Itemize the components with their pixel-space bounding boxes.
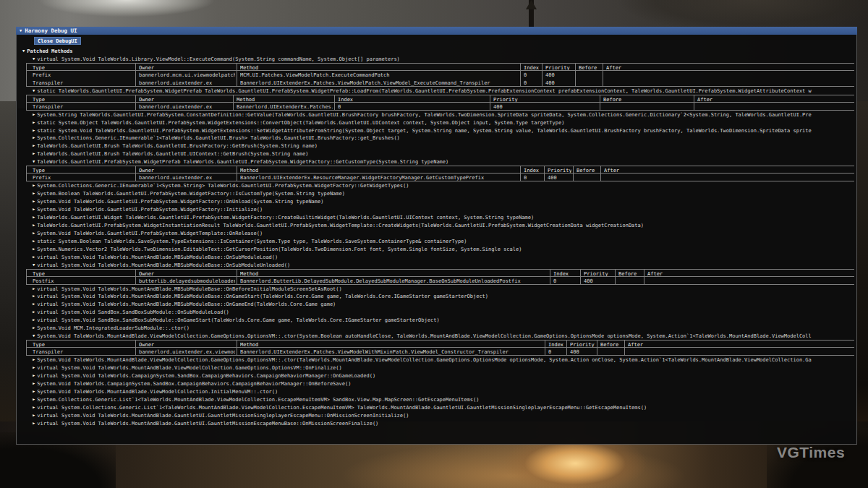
expand-arrow-icon[interactable]: ▶ bbox=[33, 389, 35, 393]
patch-cell: Prefix bbox=[33, 72, 134, 79]
expand-arrow-icon[interactable]: ▶ bbox=[33, 120, 35, 124]
patch-cell: bannerlord.uiextender.ex bbox=[139, 103, 231, 111]
method-row[interactable]: ▶System.Boolean TaleWorlds.GauntletUI.Pr… bbox=[33, 189, 854, 197]
method-row[interactable]: ▼virtual System.Void TaleWorlds.MountAnd… bbox=[33, 261, 854, 269]
expand-arrow-icon[interactable]: ▶ bbox=[33, 397, 35, 401]
column-divider bbox=[520, 64, 521, 70]
collapse-arrow-icon[interactable]: ▼ bbox=[33, 262, 35, 267]
method-row[interactable]: ▶System.Void TaleWorlds.MountAndBlade.Vi… bbox=[33, 356, 854, 364]
method-signature: virtual System.Void TaleWorlds.Library.V… bbox=[37, 56, 400, 62]
collapse-arrow-icon[interactable]: ▼ bbox=[33, 56, 35, 61]
method-row[interactable]: ▶System.Void TaleWorlds.CampaignSystem.S… bbox=[33, 380, 854, 388]
collapse-arrow-icon[interactable]: ▼ bbox=[33, 333, 35, 338]
expand-arrow-icon[interactable]: ▶ bbox=[33, 254, 35, 259]
method-row[interactable]: ▶virtual System.Void TaleWorlds.MountAnd… bbox=[33, 364, 854, 372]
column-divider bbox=[603, 64, 603, 70]
expand-arrow-icon[interactable]: ▶ bbox=[33, 405, 35, 409]
patch-cell: bannerlord.uiextender.ex bbox=[139, 174, 235, 181]
expand-arrow-icon[interactable]: ▶ bbox=[33, 191, 35, 195]
expand-arrow-icon[interactable]: ▶ bbox=[33, 151, 35, 155]
method-row[interactable]: ▶System.Collections.Generic.IEnumerable`… bbox=[33, 181, 854, 189]
expand-arrow-icon[interactable]: ▶ bbox=[33, 128, 35, 132]
method-row[interactable]: ▶static System.Object TaleWorlds.Gauntle… bbox=[33, 119, 854, 127]
expand-arrow-icon[interactable]: ▶ bbox=[33, 199, 35, 203]
expand-arrow-icon[interactable]: ▶ bbox=[33, 294, 35, 298]
column-header: Method bbox=[237, 96, 333, 103]
method-signature: virtual System.Void TaleWorlds.MountAndB… bbox=[37, 421, 378, 427]
method-row[interactable]: ▶static System.Boolean TaleWorlds.SaveSy… bbox=[33, 237, 854, 245]
method-row[interactable]: ▼virtual System.Void TaleWorlds.Library.… bbox=[33, 55, 854, 63]
method-row[interactable]: ▶virtual System.Void TaleWorlds.MountAnd… bbox=[33, 253, 854, 261]
collapse-arrow-icon[interactable]: ▼ bbox=[33, 159, 35, 163]
method-signature: System.Void TaleWorlds.MountAndBlade.Vie… bbox=[37, 357, 811, 363]
method-signature: virtual System.Void TaleWorlds.MountAndB… bbox=[37, 301, 336, 307]
expand-arrow-icon[interactable]: ▶ bbox=[33, 325, 35, 330]
method-row[interactable]: ▶System.Void TaleWorlds.GauntletUI.Prefa… bbox=[33, 197, 854, 205]
collapse-arrow-icon[interactable]: ▼ bbox=[22, 48, 25, 53]
column-header: Priority bbox=[545, 64, 574, 71]
expand-arrow-icon[interactable]: ▶ bbox=[33, 239, 35, 243]
method-row[interactable]: ▼TaleWorlds.GauntletUI.PrefabSystem.Widg… bbox=[33, 158, 854, 166]
method-row[interactable]: ▶virtual System.Void TaleWorlds.MountAnd… bbox=[33, 419, 854, 427]
method-row[interactable]: ▶TaleWorlds.GauntletUI.PrefabSystem.Widg… bbox=[33, 221, 854, 229]
expand-arrow-icon[interactable]: ▶ bbox=[33, 135, 35, 140]
expand-arrow-icon[interactable]: ▶ bbox=[33, 365, 35, 369]
column-divider bbox=[542, 71, 542, 79]
method-signature: virtual System.Void TaleWorlds.MountAndB… bbox=[37, 413, 409, 419]
expand-arrow-icon[interactable]: ▶ bbox=[33, 286, 35, 291]
method-row[interactable]: ▶virtual System.Collections.Generic.List… bbox=[33, 403, 854, 411]
expand-arrow-icon[interactable]: ▶ bbox=[33, 357, 35, 361]
method-row[interactable]: ▶virtual System.Void SandBox.SandBoxSubM… bbox=[33, 316, 854, 324]
method-row[interactable]: ▶virtual System.Void TaleWorlds.MountAnd… bbox=[33, 411, 854, 419]
expand-arrow-icon[interactable]: ▶ bbox=[33, 301, 35, 306]
background-smoke bbox=[579, 0, 868, 30]
method-signature: virtual System.Void TaleWorlds.MountAndB… bbox=[37, 254, 278, 260]
expand-arrow-icon[interactable]: ▶ bbox=[33, 231, 35, 235]
column-header: Type bbox=[33, 64, 134, 71]
method-row[interactable]: ▶System.Void TaleWorlds.GauntletUI.Prefa… bbox=[33, 229, 854, 237]
method-row[interactable]: ▶TaleWorlds.GauntletUI.Brush TaleWorlds.… bbox=[33, 142, 854, 150]
method-row[interactable]: ▶System.String TaleWorlds.GauntletUI.Pre… bbox=[33, 111, 854, 119]
method-row[interactable]: ▶TaleWorlds.GauntletUI.Widget TaleWorlds… bbox=[33, 213, 854, 221]
expand-arrow-icon[interactable]: ▶ bbox=[33, 247, 35, 251]
method-row[interactable]: ▼System.Void TaleWorlds.MountAndBlade.Vi… bbox=[33, 332, 854, 340]
expand-arrow-icon[interactable]: ▶ bbox=[33, 309, 35, 314]
patch-cell: 0 bbox=[548, 348, 565, 356]
method-row[interactable]: ▶virtual System.Void TaleWorlds.MountAnd… bbox=[33, 292, 854, 300]
expand-arrow-icon[interactable]: ▶ bbox=[33, 112, 35, 116]
method-row[interactable]: ▶TaleWorlds.GauntletUI.Brush TaleWorlds.… bbox=[33, 150, 854, 158]
expand-arrow-icon[interactable]: ▶ bbox=[33, 373, 35, 377]
method-row[interactable]: ▶System.Collections.Generic.IEnumerable`… bbox=[33, 134, 854, 142]
method-row[interactable]: ▶System.Void TaleWorlds.GauntletUI.Prefa… bbox=[33, 205, 854, 213]
method-row[interactable]: ▶virtual System.Void TaleWorlds.Campaign… bbox=[33, 372, 854, 380]
method-row[interactable]: ▶System.Void TaleWorlds.MountAndBlade.Vi… bbox=[33, 388, 854, 395]
column-divider bbox=[135, 166, 136, 173]
column-divider bbox=[490, 103, 490, 110]
expand-arrow-icon[interactable]: ▶ bbox=[33, 421, 35, 425]
patch-cell: Bannerlord.UIExtenderEx.Patches.Wid bbox=[237, 103, 333, 111]
patch-cell: Transpiler bbox=[33, 103, 134, 111]
method-row[interactable]: ▶virtual System.Void TaleWorlds.MountAnd… bbox=[33, 285, 854, 293]
expand-arrow-icon[interactable]: ▶ bbox=[33, 183, 35, 187]
expand-arrow-icon[interactable]: ▶ bbox=[33, 223, 35, 227]
method-row[interactable]: ▶System.Collections.Generic.List`1<TaleW… bbox=[33, 395, 854, 403]
method-row[interactable]: ▶virtual System.Void TaleWorlds.MountAnd… bbox=[33, 300, 854, 308]
expand-arrow-icon[interactable]: ▶ bbox=[33, 381, 35, 385]
method-row[interactable]: ▶static System.Void TaleWorlds.GauntletU… bbox=[33, 127, 854, 134]
collapse-arrow-icon[interactable]: ▼ bbox=[33, 88, 35, 93]
method-row[interactable]: ▶virtual System.Void SandBox.SandBoxSubM… bbox=[33, 308, 854, 316]
column-divider bbox=[490, 95, 490, 102]
tree-root-row[interactable]: ▼Patched Methods bbox=[22, 47, 854, 55]
method-row[interactable]: ▶System.Numerics.Vector2 TaleWorlds.TwoD… bbox=[33, 245, 854, 253]
patch-cell: 0 bbox=[338, 103, 488, 111]
expand-arrow-icon[interactable]: ▶ bbox=[33, 143, 35, 147]
expand-arrow-icon[interactable]: ▶ bbox=[33, 215, 35, 219]
column-divider bbox=[694, 103, 694, 110]
method-row[interactable]: ▼static TaleWorlds.GauntletUI.PrefabSyst… bbox=[33, 87, 854, 95]
column-header: Index bbox=[553, 270, 579, 277]
expand-arrow-icon[interactable]: ▶ bbox=[33, 413, 35, 417]
expand-arrow-icon[interactable]: ▶ bbox=[33, 317, 35, 322]
column-header: After bbox=[628, 341, 852, 348]
method-row[interactable]: ▶System.Void MCM.IntegratedLoaderSubModu… bbox=[33, 324, 854, 332]
expand-arrow-icon[interactable]: ▶ bbox=[33, 207, 35, 211]
